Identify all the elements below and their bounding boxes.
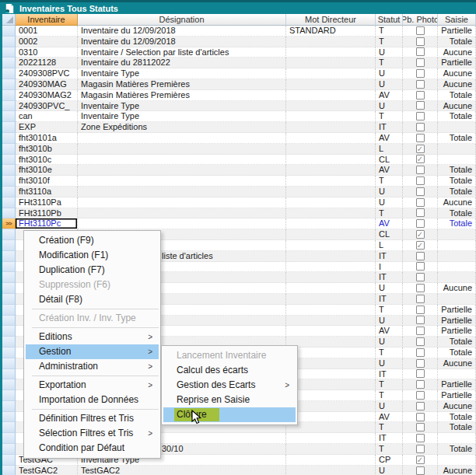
pb-photo-checkbox[interactable] bbox=[416, 198, 425, 207]
cell-designation[interactable] bbox=[78, 144, 286, 155]
cell-pb-photo[interactable] bbox=[403, 37, 438, 47]
row-header[interactable] bbox=[2, 58, 16, 68]
cell-mot-directeur[interactable] bbox=[286, 68, 376, 79]
cell-saisie[interactable]: Partielle bbox=[438, 316, 476, 327]
cell-statut[interactable]: CL bbox=[376, 229, 403, 240]
cell-statut[interactable]: T bbox=[376, 208, 403, 219]
column-header-mot-directeur[interactable]: Mot Directeur bbox=[286, 14, 376, 26]
cell-saisie[interactable]: Totale bbox=[438, 37, 476, 47]
cell-saisie[interactable]: Aucune bbox=[438, 283, 476, 294]
cell-saisie[interactable]: Totale bbox=[438, 412, 476, 423]
cell-pb-photo[interactable] bbox=[403, 444, 438, 455]
table-row[interactable]: fht3010e AV Totale bbox=[2, 165, 476, 176]
column-header-pb-photo[interactable]: Pb. Photo bbox=[403, 14, 438, 26]
cell-mot-directeur[interactable] bbox=[286, 348, 376, 358]
pb-photo-checkbox[interactable] bbox=[416, 208, 425, 217]
cell-pb-photo[interactable] bbox=[403, 433, 438, 444]
cell-saisie[interactable]: Aucune bbox=[438, 79, 476, 90]
cell-inventaire[interactable]: FHt3110Pc bbox=[16, 218, 78, 229]
cell-designation[interactable] bbox=[78, 218, 286, 229]
cell-saisie[interactable]: Totale bbox=[438, 176, 476, 187]
cell-mot-directeur[interactable] bbox=[286, 229, 376, 240]
cell-mot-directeur[interactable] bbox=[286, 272, 376, 283]
cell-statut[interactable]: T bbox=[376, 37, 403, 47]
cell-designation[interactable]: Inventaire du 12/09/2018 bbox=[78, 37, 286, 47]
cell-designation[interactable] bbox=[78, 155, 286, 166]
cell-saisie[interactable]: Aucune bbox=[438, 466, 476, 475]
cell-inventaire[interactable]: TestGAC2 bbox=[16, 466, 78, 475]
table-row[interactable]: can Inventaire Type T Totale bbox=[2, 111, 476, 122]
cell-statut[interactable]: IT bbox=[376, 251, 403, 262]
cell-mot-directeur[interactable] bbox=[286, 262, 376, 273]
pb-photo-checkbox[interactable] bbox=[416, 134, 425, 142]
pb-photo-checkbox[interactable] bbox=[416, 284, 425, 292]
pb-photo-checkbox[interactable] bbox=[416, 369, 425, 378]
cell-mot-directeur[interactable] bbox=[286, 305, 376, 316]
cell-pb-photo[interactable] bbox=[403, 272, 438, 283]
row-header[interactable] bbox=[2, 37, 16, 47]
cell-statut[interactable]: L bbox=[376, 240, 403, 251]
row-header[interactable] bbox=[2, 272, 16, 283]
row-header[interactable] bbox=[2, 229, 16, 240]
cell-inventaire[interactable]: can bbox=[16, 111, 78, 122]
pb-photo-checkbox[interactable] bbox=[416, 316, 425, 324]
cell-saisie[interactable] bbox=[438, 433, 476, 444]
cell-mot-directeur[interactable] bbox=[286, 433, 376, 444]
pb-photo-checkbox[interactable] bbox=[416, 47, 425, 56]
cell-statut[interactable]: U bbox=[376, 101, 403, 112]
table-row[interactable]: fht3010f T Totale bbox=[2, 176, 476, 187]
cell-mot-directeur[interactable] bbox=[286, 144, 376, 155]
cell-designation[interactable]: Magasin Matières Premières bbox=[78, 79, 286, 90]
pb-photo-checkbox[interactable] bbox=[416, 306, 425, 314]
cell-mot-directeur[interactable] bbox=[286, 122, 376, 133]
cell-inventaire[interactable]: fht3010c bbox=[16, 155, 78, 166]
cell-pb-photo[interactable] bbox=[403, 229, 438, 240]
cell-mot-directeur[interactable] bbox=[286, 466, 376, 475]
select-all-corner[interactable] bbox=[2, 14, 16, 26]
cell-saisie[interactable]: Totale bbox=[438, 208, 476, 219]
table-row[interactable]: 0002 Inventaire du 12/09/2018 T Totale bbox=[2, 37, 476, 47]
cell-statut[interactable]: AV bbox=[376, 412, 403, 423]
pb-photo-checkbox[interactable] bbox=[416, 58, 425, 67]
menu-item[interactable]: Modification (F1) bbox=[26, 248, 159, 263]
cell-saisie[interactable]: Totale bbox=[438, 133, 476, 144]
cell-mot-directeur[interactable] bbox=[286, 369, 376, 380]
cell-inventaire[interactable]: 20221128 bbox=[16, 58, 78, 68]
cell-saisie[interactable] bbox=[438, 122, 476, 133]
menu-item[interactable]: Création Inv. / Inv. Type bbox=[26, 311, 159, 326]
cell-pb-photo[interactable] bbox=[403, 187, 438, 197]
cell-saisie[interactable] bbox=[438, 251, 476, 262]
pb-photo-checkbox[interactable] bbox=[416, 413, 425, 421]
cell-saisie[interactable]: Partielle bbox=[438, 379, 476, 390]
menu-item[interactable]: Editions> bbox=[26, 330, 159, 344]
row-header[interactable] bbox=[2, 26, 16, 37]
pb-photo-checkbox[interactable] bbox=[416, 69, 425, 78]
pb-photo-checkbox[interactable] bbox=[416, 230, 425, 239]
cell-statut[interactable]: T bbox=[376, 348, 403, 358]
cell-mot-directeur[interactable] bbox=[286, 58, 376, 68]
row-header[interactable] bbox=[2, 422, 16, 433]
cell-pb-photo[interactable] bbox=[403, 369, 438, 380]
row-header[interactable] bbox=[2, 466, 16, 475]
table-row[interactable]: 2409308PVC Inventaire Type U Aucune bbox=[2, 68, 476, 79]
row-header[interactable]: >> bbox=[2, 218, 16, 229]
menu-item[interactable]: Suppression (F6) bbox=[26, 278, 159, 292]
table-row[interactable]: 0310 Inventaire / Selection par liste d'… bbox=[2, 47, 476, 58]
table-row[interactable]: fht3110a U Totale bbox=[2, 187, 476, 197]
cell-mot-directeur[interactable] bbox=[286, 176, 376, 187]
table-row[interactable]: fht30101a AV Totale bbox=[2, 133, 476, 144]
menu-item[interactable]: Duplication (F7) bbox=[26, 263, 159, 278]
cell-inventaire[interactable]: fht3010b bbox=[16, 144, 78, 155]
cell-mot-directeur[interactable] bbox=[286, 90, 376, 101]
cell-mot-directeur[interactable] bbox=[286, 337, 376, 348]
cell-mot-directeur[interactable] bbox=[286, 101, 376, 112]
cell-statut[interactable]: T bbox=[376, 26, 403, 37]
cell-statut[interactable]: L bbox=[376, 144, 403, 155]
cell-designation[interactable]: Inventaire / Selection par liste d'artic… bbox=[78, 47, 286, 58]
cell-mot-directeur[interactable] bbox=[286, 165, 376, 176]
cell-inventaire[interactable]: fht3010e bbox=[16, 165, 78, 176]
cell-mot-directeur[interactable] bbox=[286, 79, 376, 90]
cell-statut[interactable]: IT bbox=[376, 294, 403, 305]
row-header[interactable] bbox=[2, 79, 16, 90]
cell-mot-directeur[interactable] bbox=[286, 326, 376, 337]
